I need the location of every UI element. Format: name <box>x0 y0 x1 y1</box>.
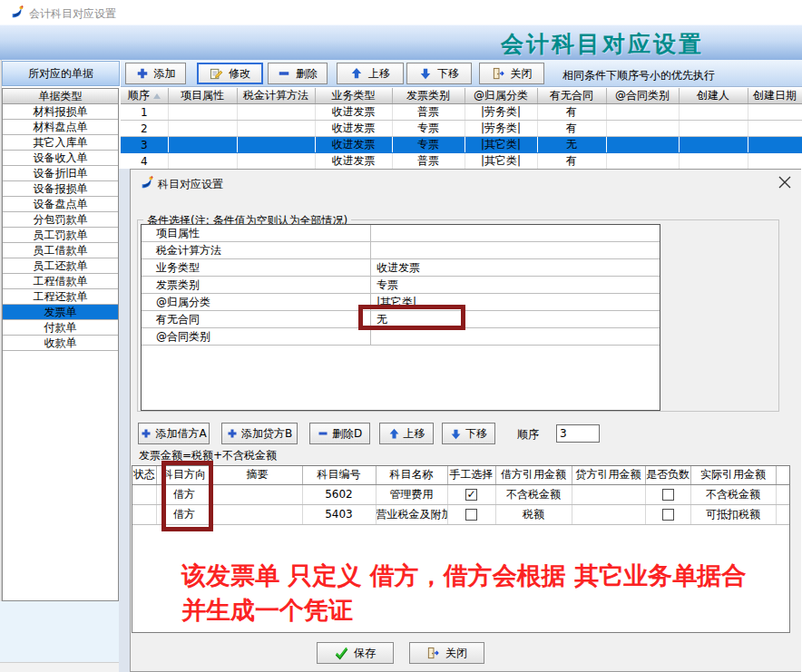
column-header-contract-type[interactable]: @合同类别 <box>606 88 679 104</box>
table-row[interactable]: 1收进发票普票|劳务类|有 <box>121 104 802 121</box>
entry-column-actual-amount[interactable]: 实际引用金额 <box>690 466 776 484</box>
cell: 专票 <box>392 137 465 153</box>
arrow-up-icon <box>350 67 363 80</box>
column-header-invoice-type[interactable]: 发票类别 <box>392 88 465 104</box>
entry-column-summary[interactable]: 摘要 <box>212 466 302 484</box>
close-button-label: 关闭 <box>511 66 533 82</box>
condition-value[interactable] <box>371 328 660 345</box>
table-row-selected[interactable]: 3收进发票专票|其它类|无 <box>121 137 802 153</box>
sidebar-item-project-repayment[interactable]: 工程还款单 <box>3 289 118 305</box>
sidebar-item-invoice[interactable]: 发票单 <box>3 305 118 320</box>
sidebar-item-equipment-depreciation[interactable]: 设备折旧单 <box>3 166 118 181</box>
condition-value[interactable] <box>371 225 660 241</box>
delete-entry-button[interactable]: 删除D <box>309 423 370 444</box>
left-panel-header: 所对应的单据 <box>2 61 120 86</box>
toolbar-hint: 相同条件下顺序号小的优先执行 <box>562 68 715 83</box>
modify-button[interactable]: 修改 <box>197 63 263 84</box>
sidebar-item-equipment-income[interactable]: 设备收入单 <box>3 151 118 166</box>
column-header-category[interactable]: @归属分类 <box>465 88 537 104</box>
sidebar-item-equipment-inventory[interactable]: 设备盘点单 <box>3 197 118 212</box>
entry-column-negative[interactable]: 是否负数 <box>645 466 690 484</box>
manual-select-checkbox[interactable]: ✓ <box>465 489 477 501</box>
sidebar-item-subcontract-fine[interactable]: 分包罚款单 <box>3 212 118 228</box>
modify-button-label: 修改 <box>229 66 250 82</box>
cell <box>606 121 679 137</box>
negative-checkbox[interactable] <box>662 509 674 521</box>
cell <box>606 137 679 153</box>
column-header-create-date[interactable]: 创建日期 <box>748 88 802 104</box>
condition-value[interactable]: 无 <box>371 311 660 327</box>
delete-button[interactable]: 删除 <box>268 63 328 84</box>
sidebar-item-material-inventory[interactable]: 材料盘点单 <box>3 120 118 135</box>
condition-label: 业务类型 <box>142 259 371 276</box>
manual-select-checkbox[interactable] <box>465 509 477 521</box>
close-button[interactable]: 关闭 <box>479 63 544 84</box>
move-up-button[interactable]: 上移 <box>337 63 404 84</box>
cell <box>212 504 302 524</box>
add-credit-button[interactable]: 添加贷方B <box>221 423 298 444</box>
sidebar-item-payment[interactable]: 付款单 <box>3 320 118 336</box>
arrow-up-icon <box>388 428 400 440</box>
condition-table: 项目属性 税金计算方法 业务类型 收进发票 发票类别 专票 @归属分类 |其它类… <box>141 224 660 411</box>
condition-row[interactable]: 发票类别 专票 <box>142 277 660 294</box>
entry-move-down-label: 下移 <box>465 426 487 442</box>
entry-column-subject-code[interactable]: 科目编号 <box>302 466 376 484</box>
condition-row-has-contract[interactable]: 有无合同 无 <box>142 311 660 328</box>
entry-row[interactable]: 借方 5602 管理费用 ✓ 不含税金额 不含税金额 <box>132 484 790 504</box>
sidebar-item-employee-repayment[interactable]: 员工还款单 <box>3 258 118 274</box>
column-header-business-type[interactable]: 业务类型 <box>315 88 392 104</box>
cell <box>168 153 237 170</box>
cell <box>447 504 495 524</box>
table-row[interactable]: 2收进发票专票|劳务类|有 <box>121 121 802 137</box>
condition-value[interactable] <box>371 242 660 258</box>
edit-note-icon <box>210 67 223 81</box>
column-header-creator[interactable]: 创建人 <box>679 88 748 104</box>
entry-column-manual-select[interactable]: 手工选择 <box>447 466 495 484</box>
entry-move-up-button[interactable]: 上移 <box>379 423 434 444</box>
entry-row[interactable]: 借方 5403 营业税金及附加 税额 可抵扣税额 <box>132 504 790 524</box>
column-header-project-attr[interactable]: 项目属性 <box>168 88 237 104</box>
condition-row[interactable]: 项目属性 <box>142 225 660 242</box>
entry-column-direction[interactable]: 科目方向 <box>156 466 212 484</box>
sidebar-item-project-loan[interactable]: 工程借款单 <box>3 274 118 289</box>
sidebar-item-employee-fine[interactable]: 员工罚款单 <box>3 228 118 243</box>
app-window: { "colors": { "selection_blue": "#0b77d9… <box>0 0 802 672</box>
condition-value[interactable]: 收进发票 <box>371 259 660 276</box>
order-input[interactable] <box>556 424 600 443</box>
cell <box>132 504 156 524</box>
negative-checkbox[interactable] <box>662 489 674 501</box>
entry-column-debit-amount[interactable]: 借方引用金额 <box>495 466 572 484</box>
condition-row[interactable]: @归属分类 |其它类| <box>142 294 660 311</box>
add-debit-button[interactable]: 添加借方A <box>138 423 210 444</box>
plus-icon <box>136 67 149 80</box>
cell: 收进发票 <box>315 137 392 153</box>
window-titlebar: 会计科目对应设置 <box>0 0 802 24</box>
column-header-has-contract[interactable]: 有无合同 <box>537 88 606 104</box>
condition-value[interactable]: |其它类| <box>371 294 660 310</box>
condition-row[interactable]: 税金计算方法 <box>142 242 660 259</box>
entry-column-status[interactable]: 状态 <box>132 466 156 484</box>
save-button[interactable]: 保存 <box>317 642 394 664</box>
move-down-button[interactable]: 下移 <box>406 63 472 84</box>
condition-row[interactable]: @合同类别 <box>142 328 660 346</box>
entry-column-credit-amount[interactable]: 贷方引用金额 <box>572 466 645 484</box>
sidebar-item-receipt[interactable]: 收款单 <box>3 336 118 351</box>
entry-move-down-button[interactable]: 下移 <box>442 423 495 444</box>
entry-column-subject-name[interactable]: 科目名称 <box>376 466 447 484</box>
column-header-tax-method[interactable]: 税金计算方法 <box>237 88 315 104</box>
cell: 收进发票 <box>315 153 392 170</box>
dialog-close-icon[interactable] <box>777 174 793 190</box>
sidebar-item-other-inbound[interactable]: 其它入库单 <box>3 135 118 151</box>
subject-mapping-dialog: 科目对应设置 条件选择(注: 条件值为空则认为全部情况) 项目属性 税金计算方法… <box>130 169 801 672</box>
column-header-order[interactable]: 顺序 <box>121 88 168 104</box>
condition-row[interactable]: 业务类型 收进发票 <box>142 259 660 277</box>
sidebar-item-equipment-loss[interactable]: 设备报损单 <box>3 181 118 197</box>
entry-move-up-label: 上移 <box>404 426 425 442</box>
dialog-close-button[interactable]: 关闭 <box>409 642 484 664</box>
table-row[interactable]: 4收进发票普票|其它类|有 <box>121 153 802 170</box>
sidebar-item-material-loss[interactable]: 材料报损单 <box>3 104 118 120</box>
cell: 2 <box>121 121 168 137</box>
sidebar-item-employee-loan[interactable]: 员工借款单 <box>3 243 118 258</box>
condition-value[interactable]: 专票 <box>371 277 660 293</box>
add-button[interactable]: 添加 <box>125 63 186 84</box>
